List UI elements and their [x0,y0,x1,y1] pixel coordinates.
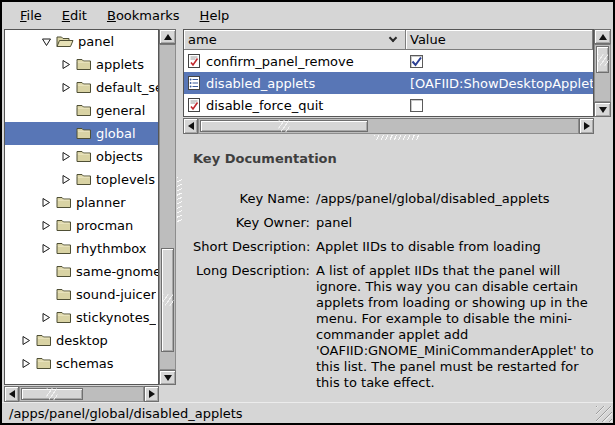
column-header-value[interactable]: Value [406,30,593,50]
key-row-confirm-panel-remove[interactable]: confirm_panel_remove [184,50,593,72]
tree-item-schemas[interactable]: schemas [5,352,158,375]
folder-icon [56,196,72,209]
horizontal-pane-splitter[interactable] [183,134,611,141]
tree-item-planner[interactable]: planner [5,191,158,214]
key-name-cell: confirm_panel_remove [184,54,406,69]
expander-collapsed-icon[interactable] [19,358,33,370]
name-column-label: ame [188,32,217,47]
tree-item-label: applets [96,57,144,72]
key-name-label: disable_force_quit [206,98,323,113]
menu-item-file[interactable]: File [10,6,52,25]
tree-vertical-scrollbar[interactable] [159,29,176,385]
key-name-label: confirm_panel_remove [206,54,354,69]
scroll-right-button[interactable] [144,386,159,402]
tree-item-applets[interactable]: applets [5,53,158,76]
key-list: ame Value confirm_panel_removedisabled_a… [183,29,594,117]
tree-item-label: panel [78,34,114,49]
expander-spacer [39,266,53,278]
expander-collapsed-icon[interactable] [19,335,33,347]
doc-field-label-key-name: Key Name: [193,191,310,207]
expander-collapsed-icon[interactable] [59,82,73,94]
tree-item-label: same-gnome [76,264,158,279]
folder-icon [76,58,92,71]
expander-collapsed-icon[interactable] [39,220,53,232]
expander-expanded-icon[interactable] [39,36,53,48]
key-row-disable-force-quit[interactable]: disable_force_quit [184,94,593,116]
tree-item-label: general [96,103,145,118]
expander-collapsed-icon[interactable] [39,243,53,255]
key-value-cell [406,55,593,68]
folder-icon [56,265,72,278]
tree-item-label: stickynotes_ [76,310,156,325]
vertical-pane-splitter[interactable] [176,29,183,402]
tree-item-sound-juicer[interactable]: sound-juicer [5,283,158,306]
scroll-left-button[interactable] [183,118,198,134]
key-name-cell: disabled_applets [184,76,406,91]
doc-fields: Key Name:/apps/panel/global/disabled_app… [193,191,607,391]
value-checkbox-unchecked[interactable] [410,99,423,112]
tree-item-default-se[interactable]: default_se [5,76,158,99]
tree-item-label: global [96,126,136,141]
tree-hscroll-track[interactable] [19,386,144,402]
main-area: panelappletsdefault_segeneralglobalobjec… [2,28,613,402]
scroll-up-button[interactable] [159,29,176,44]
column-header-name[interactable]: ame [184,30,406,50]
tree-item-objects[interactable]: objects [5,145,158,168]
folder-icon [56,311,72,324]
folder-icon [56,288,72,301]
expander-spacer [39,289,53,301]
scroll-down-button[interactable] [594,102,611,117]
folder-icon [76,127,92,140]
expander-collapsed-icon[interactable] [59,151,73,163]
tree-item-stickynotes[interactable]: stickynotes_ [5,306,158,329]
expander-collapsed-icon[interactable] [59,174,73,186]
tree-item-panel[interactable]: panel [5,30,158,53]
tree-horizontal-scrollbar[interactable] [4,386,159,402]
tree-item-desktop[interactable]: desktop [5,329,158,352]
key-list-vscroll-track[interactable] [594,44,611,102]
key-list-vscroll-thumb[interactable] [596,46,609,73]
tree-scrollwindow: panelappletsdefault_segeneralglobalobjec… [4,29,176,385]
folder-icon [76,81,92,94]
scroll-up-button[interactable] [594,29,611,44]
scroll-right-button[interactable] [579,118,594,134]
tree-view[interactable]: panelappletsdefault_segeneralglobalobjec… [4,29,159,385]
resize-grip[interactable] [596,406,612,422]
value-column-label: Value [410,32,446,47]
folder-icon [36,334,52,347]
expander-collapsed-icon[interactable] [39,312,53,324]
key-row-disabled-applets[interactable]: disabled_applets[OAFIID:ShowDesktopApple… [184,72,593,94]
menu-item-bookmarks[interactable]: Bookmarks [97,6,190,25]
list-key-icon [187,76,201,90]
scroll-down-button[interactable] [159,370,176,385]
doc-field-value-key-name: /apps/panel/global/disabled_applets [316,191,607,207]
menu-item-edit[interactable]: Edit [52,6,97,25]
expander-collapsed-icon[interactable] [39,197,53,209]
up-arrow-icon [599,34,607,40]
key-list-horizontal-scrollbar[interactable] [183,118,594,134]
tree-vscroll-track[interactable] [159,44,176,370]
tree-item-global[interactable]: global [5,122,158,145]
folder-icon [36,357,52,370]
key-list-hscroll-track[interactable] [198,118,579,134]
menu-item-help[interactable]: Help [190,6,240,25]
tree-item-procman[interactable]: procman [5,214,158,237]
tree-item-toplevels[interactable]: toplevels [5,168,158,191]
key-pane: ame Value confirm_panel_removedisabled_a… [183,29,611,402]
tree-vscroll-thumb[interactable] [161,248,174,352]
splitter-grip-icon [177,177,182,223]
tree-item-label: default_se [96,80,158,95]
tree-item-general[interactable]: general [5,99,158,122]
key-name-label: disabled_applets [206,76,315,91]
tree-hscroll-thumb[interactable] [21,388,83,400]
folder-icon [76,104,92,117]
scroll-left-button[interactable] [4,386,19,402]
tree-item-same-gnome[interactable]: same-gnome [5,260,158,283]
tree-item-label: objects [96,149,143,164]
key-list-hscroll-thumb[interactable] [200,120,368,132]
key-list-vertical-scrollbar[interactable] [594,29,611,117]
tree-item-rhythmbox[interactable]: rhythmbox [5,237,158,260]
value-checkbox-checked[interactable] [410,55,423,68]
expander-collapsed-icon[interactable] [59,59,73,71]
right-arrow-icon [149,390,155,398]
